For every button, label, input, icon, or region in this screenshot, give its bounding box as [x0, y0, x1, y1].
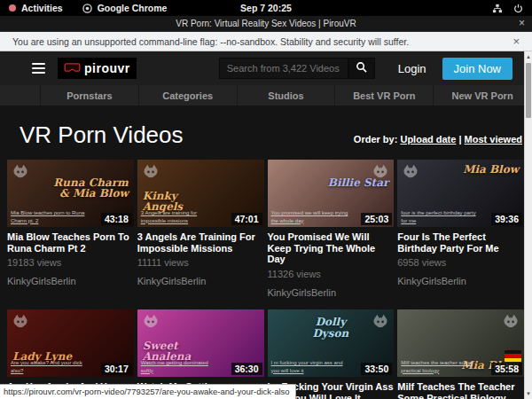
- video-studio-link[interactable]: KinkyGirlsBerlin: [137, 276, 264, 287]
- duration-badge: 39:36: [491, 213, 522, 225]
- video-card[interactable]: Mia Blow four is the perfect birthday pa…: [397, 160, 524, 299]
- video-thumbnail[interactable]: Sweet Analena Watch me getting dominated…: [137, 309, 264, 377]
- nav-item-studios[interactable]: Studios: [237, 85, 335, 106]
- video-title[interactable]: Mia Blow Teaches Porn To Runa Charm Pt 2: [7, 231, 134, 254]
- video-thumbnail[interactable]: Kinky Angels 3 Angels are training for i…: [137, 160, 264, 227]
- vr-goggles-icon: [64, 60, 81, 76]
- video-card[interactable]: Billie Star You promised we will keep tr…: [268, 160, 395, 299]
- video-thumbnail[interactable]: Mia Blow Milf teaches the teacher some p…: [397, 309, 524, 377]
- video-views: 11326 views: [268, 269, 395, 280]
- thumbnail-overlay-name: Billie Star: [328, 177, 389, 189]
- system-top-bar: Activities Google Chrome Sep 7 20:25: [0, 0, 532, 16]
- thumbnail-overlay-name: Mia Blow: [463, 164, 519, 176]
- status-url-tooltip: https://pirouvr.com/vr-porn-video/779325…: [0, 384, 296, 399]
- focused-app-menu[interactable]: Google Chrome: [82, 3, 168, 13]
- video-views: 19183 views: [7, 257, 134, 269]
- thumbnail-caption: Are you awake? And your dick also?: [11, 359, 90, 374]
- duration-badge: 43:18: [101, 213, 132, 225]
- studio-logo-icon: [141, 162, 160, 180]
- video-thumbnail[interactable]: Lady Lyne Are you awake? And your dick a…: [7, 309, 134, 377]
- video-grid: Runa Charm & Mia Blow Mia Blow teaches p…: [7, 160, 524, 399]
- hamburger-menu-icon[interactable]: [32, 63, 45, 74]
- main-nav: Pornstars Categories Studios Best VR Por…: [0, 85, 532, 106]
- recording-indicator-icon: [9, 4, 16, 12]
- video-card[interactable]: Mia Blow Milf teaches the teacher some p…: [397, 309, 524, 399]
- video-views: 6958 views: [397, 257, 524, 269]
- order-upload-date-link[interactable]: Upload date: [400, 134, 456, 145]
- infobar-close-icon[interactable]: ×: [512, 35, 520, 48]
- thumbnail-caption: four is the perfect birthday party for m…: [401, 209, 480, 224]
- studio-logo-icon: [11, 312, 30, 330]
- studio-logo-icon: [141, 312, 160, 330]
- duration-badge: 30:17: [101, 363, 132, 375]
- thumbnail-caption: I m fucking your virgin ass and you will…: [271, 359, 350, 374]
- duration-badge: 47:01: [231, 213, 262, 225]
- window-title: VR Porn: Virtual Reality Sex Videos | Pi…: [176, 19, 356, 28]
- scrollbar-down-arrow-icon[interactable]: ▼: [525, 388, 532, 399]
- thumbnail-overlay-name: Runa Charm & Mia Blow: [50, 177, 129, 200]
- studio-logo-icon: [401, 162, 420, 180]
- studio-logo-icon: [371, 312, 390, 330]
- nav-item-new-vr-porn[interactable]: New VR Porn: [433, 85, 532, 106]
- duration-badge: 25:03: [361, 213, 392, 225]
- duration-badge: 35:58: [491, 363, 522, 375]
- video-card[interactable]: Kinky Angels 3 Angels are training for i…: [137, 160, 264, 299]
- video-thumbnail[interactable]: Mia Blow four is the perfect birthday pa…: [397, 160, 524, 227]
- scrollbar-thumb[interactable]: [526, 63, 531, 118]
- site-header: pirouvr Login Join Now: [0, 51, 532, 85]
- thumbnail-caption: Mia Blow teaches porn to Runa Charm pt. …: [11, 209, 90, 224]
- video-title[interactable]: 3 Angels Are Training For Impossible Mis…: [137, 231, 264, 254]
- chrome-icon: [82, 4, 92, 13]
- page-content: VR Porn Videos Order by: Upload date | M…: [0, 106, 532, 399]
- order-most-viewed-link[interactable]: Most viewed: [465, 134, 522, 145]
- video-thumbnail[interactable]: Runa Charm & Mia Blow Mia Blow teaches p…: [7, 160, 134, 227]
- video-studio-link[interactable]: KinkyGirlsBerlin: [7, 276, 134, 287]
- video-studio-link[interactable]: KinkyGirlsBerlin: [397, 276, 524, 287]
- search-box: [219, 58, 375, 79]
- infobar-message: You are using an unsupported command-lin…: [12, 36, 409, 47]
- clock[interactable]: Sep 7 20:25: [240, 3, 292, 13]
- video-title[interactable]: Milf Teaches The Teacher Some Practical …: [397, 381, 524, 399]
- video-card[interactable]: Runa Charm & Mia Blow Mia Blow teaches p…: [7, 160, 134, 299]
- thumbnail-caption: 3 Angels are training for impossible mis…: [141, 209, 220, 224]
- thumbnail-caption: Watch me getting dominated softly: [141, 359, 220, 374]
- thumbnail-overlay-name: Dolly Dyson: [299, 317, 362, 339]
- studio-logo-icon: [11, 162, 30, 180]
- video-thumbnail[interactable]: Dolly Dyson I m fucking your virgin ass …: [268, 309, 395, 377]
- german-flag-icon: [505, 350, 521, 362]
- window-close-icon[interactable]: ×: [519, 17, 525, 29]
- search-input[interactable]: [219, 58, 348, 79]
- site-logo[interactable]: pirouvr: [58, 58, 137, 79]
- scrollbar[interactable]: ▲ ▼: [524, 51, 532, 399]
- nav-item-best-vr-porn[interactable]: Best VR Porn: [334, 85, 433, 106]
- duration-badge: 36:30: [231, 363, 262, 375]
- duration-badge: 33:50: [361, 363, 392, 375]
- network-icon[interactable]: [492, 4, 503, 13]
- video-title[interactable]: You Promised We Will Keep Trying The Who…: [268, 231, 395, 265]
- power-icon[interactable]: [513, 4, 523, 13]
- search-icon: [356, 61, 367, 75]
- chrome-infobar: You are using an unsupported command-lin…: [0, 32, 532, 51]
- thumbnail-caption: You promised we will keep trying the who…: [271, 209, 350, 224]
- order-by: Order by: Upload date | Most viewed: [354, 134, 522, 145]
- video-thumbnail[interactable]: Billie Star You promised we will keep tr…: [268, 160, 395, 227]
- scrollbar-up-arrow-icon[interactable]: ▲: [525, 51, 532, 62]
- order-by-label: Order by:: [354, 134, 398, 145]
- site-logo-text: pirouvr: [84, 61, 130, 75]
- order-separator: |: [458, 134, 461, 145]
- video-studio-link[interactable]: KinkyGirlsBerlin: [268, 287, 395, 299]
- login-link[interactable]: Login: [398, 62, 426, 75]
- window-titlebar: VR Porn: Virtual Reality Sex Videos | Pi…: [0, 16, 532, 32]
- thumbnail-caption: Milf teaches the teacher some practical …: [401, 359, 480, 374]
- activities-button[interactable]: Activities: [9, 3, 63, 13]
- nav-item-categories[interactable]: Categories: [138, 85, 237, 106]
- video-views: 11111 views: [137, 257, 264, 269]
- page-title: VR Porn Videos: [20, 121, 184, 148]
- search-button[interactable]: [348, 58, 375, 79]
- video-title[interactable]: Four Is The Perfect Birthday Party For M…: [397, 231, 524, 254]
- activities-label: Activities: [21, 3, 63, 13]
- studio-logo-icon: [501, 312, 520, 330]
- join-now-button[interactable]: Join Now: [442, 58, 512, 80]
- nav-item-pornstars[interactable]: Pornstars: [40, 85, 138, 106]
- app-menu-label: Google Chrome: [98, 3, 168, 13]
